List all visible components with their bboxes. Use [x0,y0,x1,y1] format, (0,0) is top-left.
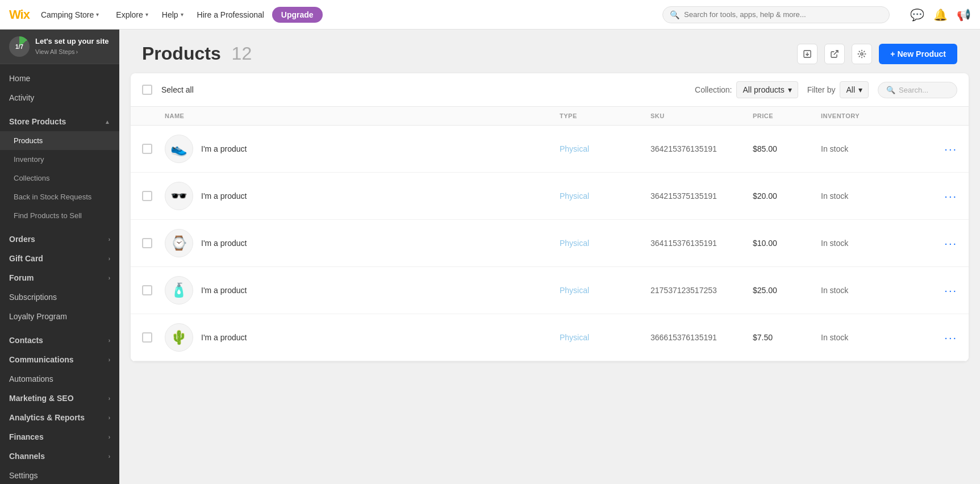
sidebar-item-automations[interactable]: Automations [0,369,119,389]
product-name[interactable]: I'm a product [201,333,247,342]
sidebar-item-products[interactable]: Products [0,131,119,150]
col-header-price: PRICE [753,112,821,119]
more-options-button[interactable]: ··· [923,284,957,297]
filter-dropdown[interactable]: All ▾ [840,81,869,98]
top-nav: Wix Camping Store ▾ Explore ▾ Help ▾ Hir… [0,0,980,30]
nav-icons: 💬 🔔 📢 [910,8,971,22]
sidebar-group-channels[interactable]: Channels › [0,447,119,466]
filter-by-label: Filter by [807,85,836,94]
chevron-right-icon: › [109,236,110,243]
select-all-checkbox[interactable] [142,85,152,95]
col-header-inventory: INVENTORY [821,112,923,119]
product-name[interactable]: I'm a product [201,239,247,248]
product-thumbnail: 🌵 [165,323,193,352]
product-name[interactable]: I'm a product [201,144,247,153]
product-name-cell: ⌚ I'm a product [165,229,560,257]
chat-icon[interactable]: 💬 [910,8,924,22]
chevron-right-icon: › [109,453,110,460]
table-row: ⌚ I'm a product Physical 3641153761351​9… [131,220,969,267]
settings-filter-button[interactable] [852,44,872,64]
search-filter[interactable]: 🔍 Search... [878,82,957,98]
product-type: Physical [560,333,650,342]
row-checkbox-4[interactable] [142,285,152,295]
product-type: Physical [560,239,650,248]
nav-links: Explore ▾ Help ▾ Hire a Professional Upg… [110,7,651,23]
sidebar-group-analytics[interactable]: Analytics & Reports › [0,408,119,427]
more-options-button[interactable]: ··· [923,190,957,203]
sidebar-group-marketing[interactable]: Marketing & SEO › [0,389,119,408]
store-name: Camping Store [41,10,94,19]
sidebar-group-gift-card[interactable]: Gift Card › [0,249,119,268]
megaphone-icon[interactable]: 📢 [957,8,971,22]
chevron-down-icon: ▾ [96,11,99,18]
sidebar-item-subscriptions[interactable]: Subscriptions [0,287,119,307]
main-content: Products 12 + New Product Sel [119,30,980,484]
store-selector[interactable]: Camping Store ▾ [41,10,99,19]
product-price: $20.00 [753,191,821,201]
collection-label: Collection: [695,85,732,94]
sidebar-group-finances[interactable]: Finances › [0,427,119,447]
upgrade-button[interactable]: Upgrade [272,7,323,23]
sidebar-item-home[interactable]: Home [0,69,119,88]
product-thumbnail: 🧴 [165,276,193,304]
more-options-button[interactable]: ··· [923,331,957,344]
sidebar-item-inventory[interactable]: Inventory [0,150,119,169]
row-checkbox-5[interactable] [142,332,152,343]
table-row: 🧴 I'm a product Physical 2175371235172​5… [131,267,969,314]
sidebar-group-communications[interactable]: Communications › [0,350,119,369]
product-type: Physical [560,286,650,295]
wix-logo: Wix [9,7,30,22]
product-name[interactable]: I'm a product [201,286,247,295]
product-name[interactable]: I'm a product [201,191,247,201]
chevron-right-icon: › [109,256,110,262]
nav-help[interactable]: Help ▾ [156,7,189,23]
product-sku: 2175371235172​53 [650,286,753,295]
sidebar-item-find-products[interactable]: Find Products to Sell [0,206,119,225]
col-header-actions [923,112,957,119]
collection-dropdown[interactable]: All products ▾ [736,81,798,98]
view-all-steps[interactable]: View All Steps › [35,48,109,56]
chevron-down-icon: ▾ [181,11,184,18]
sidebar-item-settings[interactable]: Settings [0,466,119,484]
search-bar[interactable]: 🔍 [662,6,890,23]
search-input[interactable] [684,10,882,19]
table-row: 🌵 I'm a product Physical 3666153761351​9… [131,314,969,361]
sidebar-item-activity[interactable]: Activity [0,88,119,107]
nav-hire[interactable]: Hire a Professional [191,7,270,23]
product-inventory: In stock [821,239,923,248]
more-options-button[interactable]: ··· [923,143,957,156]
table-header: NAME TYPE SKU PRICE INVENTORY [131,107,969,126]
row-checkbox-2[interactable] [142,191,152,201]
row-checkbox-3[interactable] [142,238,152,248]
select-all-label[interactable]: Select all [161,85,194,94]
filter-by: Filter by All ▾ [807,81,869,98]
chevron-down-icon: ▾ [788,85,792,94]
sidebar-group-orders[interactable]: Orders › [0,230,119,249]
progress-circle: 1/7 [9,36,30,57]
chevron-down-icon: ▾ [858,85,862,94]
bell-icon[interactable]: 🔔 [933,8,948,22]
search-icon: 🔍 [886,86,895,94]
svg-point-3 [861,53,863,55]
setup-text: Let's set up your site View All Steps › [35,36,109,57]
chevron-up-icon: ▲ [105,119,110,125]
product-count: 12 [232,43,252,64]
sidebar-item-collections[interactable]: Collections [0,169,119,187]
product-thumbnail: ⌚ [165,229,193,257]
export-button[interactable] [824,44,845,64]
import-button[interactable] [797,44,818,64]
sidebar-group-contacts[interactable]: Contacts › [0,331,119,350]
sidebar-group-store-products[interactable]: Store Products ▲ [0,112,119,131]
chevron-right-icon: › [109,337,110,344]
product-price: $7.50 [753,333,821,342]
row-checkbox-1[interactable] [142,144,152,154]
app-body: 1/7 Let's set up your site View All Step… [0,30,980,484]
nav-explore[interactable]: Explore ▾ [110,7,153,23]
new-product-button[interactable]: + New Product [879,44,957,64]
chevron-down-icon: ▾ [145,11,148,18]
sidebar-item-back-in-stock[interactable]: Back in Stock Requests [0,187,119,206]
chevron-right-icon: › [109,415,110,421]
sidebar-group-forum[interactable]: Forum › [0,268,119,287]
sidebar-item-loyalty[interactable]: Loyalty Program [0,307,119,326]
more-options-button[interactable]: ··· [923,237,957,250]
